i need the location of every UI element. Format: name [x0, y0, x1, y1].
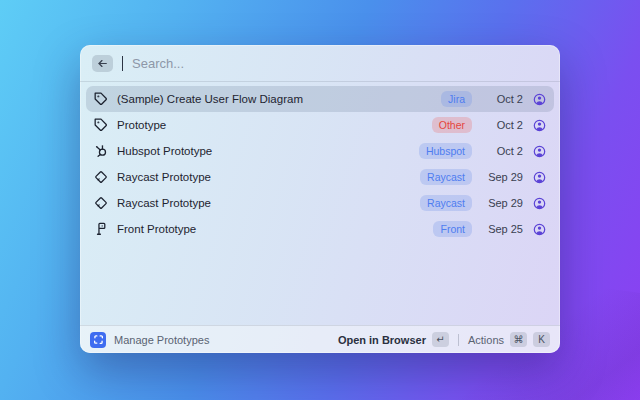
avatar [532, 118, 546, 132]
empty-area [80, 242, 560, 325]
prototype-list: (Sample) Create User Flow Diagram Jira O… [80, 82, 560, 242]
text-caret [122, 56, 123, 71]
search-input[interactable] [132, 56, 548, 71]
category-badge: Raycast [420, 195, 472, 212]
list-item[interactable]: Hubspot Prototype Hubspot Oct 2 [86, 138, 554, 164]
date-label: Oct 2 [485, 145, 523, 157]
open-in-browser-label: Open in Browser [338, 334, 426, 346]
list-item[interactable]: Raycast Prototype Raycast Sep 29 [86, 190, 554, 216]
footer-bar: Manage Prototypes Open in Browser ↵ Acti… [80, 325, 560, 353]
command-keycap: ⌘ [510, 332, 527, 347]
actions-button[interactable]: Actions ⌘ K [468, 332, 550, 347]
front-icon [94, 222, 108, 236]
arrow-left-icon [97, 58, 108, 69]
item-title: (Sample) Create User Flow Diagram [117, 93, 303, 105]
item-title: Raycast Prototype [117, 197, 211, 209]
tag-icon [94, 118, 108, 132]
footer-divider [458, 334, 459, 346]
item-title: Raycast Prototype [117, 171, 211, 183]
list-item[interactable]: Raycast Prototype Raycast Sep 29 [86, 164, 554, 190]
date-label: Oct 2 [485, 93, 523, 105]
return-keycap: ↵ [432, 332, 449, 347]
category-badge: Other [432, 117, 472, 134]
search-bar [80, 45, 560, 82]
tag-icon [94, 92, 108, 106]
list-item[interactable]: Front Prototype Front Sep 25 [86, 216, 554, 242]
date-label: Sep 29 [485, 171, 523, 183]
list-item[interactable]: (Sample) Create User Flow Diagram Jira O… [86, 86, 554, 112]
hubspot-icon [94, 144, 108, 158]
raycast-icon [94, 170, 108, 184]
list-item[interactable]: Prototype Other Oct 2 [86, 112, 554, 138]
manage-prototypes-label[interactable]: Manage Prototypes [114, 334, 209, 346]
launcher-window: (Sample) Create User Flow Diagram Jira O… [80, 45, 560, 353]
category-badge: Jira [441, 91, 472, 108]
avatar [532, 196, 546, 210]
item-title: Hubspot Prototype [117, 145, 212, 157]
date-label: Sep 29 [485, 197, 523, 209]
manage-prototypes-icon [90, 332, 106, 348]
category-badge: Hubspot [419, 143, 472, 160]
raycast-icon [94, 196, 108, 210]
avatar [532, 144, 546, 158]
open-in-browser-button[interactable]: Open in Browser ↵ [338, 332, 449, 347]
category-badge: Raycast [420, 169, 472, 186]
category-badge: Front [433, 221, 472, 238]
item-title: Front Prototype [117, 223, 196, 235]
k-keycap: K [533, 332, 550, 347]
item-title: Prototype [117, 119, 166, 131]
back-button[interactable] [92, 55, 113, 72]
avatar [532, 222, 546, 236]
date-label: Oct 2 [485, 119, 523, 131]
avatar [532, 92, 546, 106]
date-label: Sep 25 [485, 223, 523, 235]
footer-actions: Open in Browser ↵ Actions ⌘ K [338, 332, 550, 347]
avatar [532, 170, 546, 184]
actions-label: Actions [468, 334, 504, 346]
